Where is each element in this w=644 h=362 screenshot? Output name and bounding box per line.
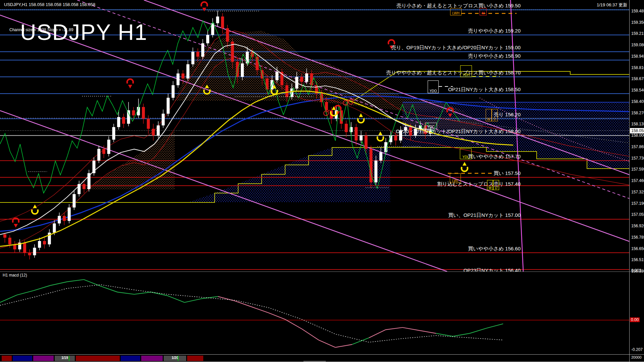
marker-badge-ydl: YDL — [460, 148, 472, 159]
price-axis-label: 158.270 — [631, 111, 644, 115]
price-axis-label: 158.810 — [631, 65, 644, 70]
price-axis-label: 159.215 — [631, 31, 644, 36]
timebar-segment[interactable] — [187, 356, 203, 361]
axis-border — [629, 0, 630, 362]
timebar-segment[interactable]: 1/20 — [164, 356, 186, 361]
marker-badge-m: M — [480, 8, 487, 15]
updated-timestamp: 1/19 06:37 更新 — [597, 2, 627, 8]
price-axis-label: 157.055 — [631, 212, 644, 217]
price-axis-label: 156.785 — [631, 235, 644, 240]
timebar-segment[interactable] — [2, 356, 12, 361]
watermark-title: USDJPY H1 — [20, 19, 148, 45]
price-axis-label: 158.675 — [631, 76, 644, 81]
marker-badge-ydc: YDC — [425, 123, 437, 129]
timebar-tick — [178, 356, 178, 361]
symbol-ohlc-line: USDJPY,H1 158.058 158.058 158.058 158.05… — [4, 2, 95, 7]
price-axis-label: 157.865 — [631, 144, 644, 149]
timebar-tick — [69, 356, 69, 361]
price-axis-label: 159.485 — [631, 9, 644, 13]
marker-badge-d: D — [492, 109, 498, 121]
time-axis-bar[interactable]: 1/191/20 — [0, 356, 629, 361]
price-axis-label: 158.000 — [631, 133, 644, 138]
subpane-bottom-border[interactable] — [0, 354, 644, 355]
pane-separator[interactable] — [0, 272, 644, 272]
marker-badge-w: W — [486, 109, 492, 121]
price-axis-label: 157.730 — [631, 156, 644, 161]
price-axis-label: 158.945 — [631, 54, 644, 59]
price-axis-label: 159.350 — [631, 20, 644, 25]
macd-axis-bottom: -0.207 — [631, 347, 643, 352]
marker-badge-ydh: YDH — [460, 65, 472, 77]
timebar-date-label: 1/20 — [164, 356, 186, 360]
price-axis-label: 156.920 — [631, 224, 644, 228]
macd-axis-top: 0.302 — [631, 268, 641, 273]
timebar-segment[interactable]: 1/19 — [55, 356, 75, 361]
price-axis-label: 157.190 — [631, 201, 644, 206]
timebar-segment[interactable] — [121, 356, 140, 361]
marker-badge-lwl: LWL — [450, 173, 461, 183]
current-price-tag: 158.058 — [630, 128, 644, 133]
marker-badge-lwh: LWH — [450, 8, 462, 15]
price-axis-label: 157.595 — [631, 167, 644, 172]
marker-badge-w: W — [487, 180, 493, 190]
macd-zero-tag: 0.00 — [630, 317, 640, 322]
price-axis-label: 159.080 — [631, 43, 644, 47]
volume-scale-label: 20000 — [631, 355, 642, 359]
price-axis-label: 156.515 — [631, 257, 644, 262]
macd-pane-label: H1 macd (12) — [3, 273, 27, 278]
price-axis-label: 156.650 — [631, 246, 644, 251]
price-axis-label: 157.325 — [631, 190, 644, 194]
timebar-segment[interactable] — [33, 356, 54, 361]
price-axis-label: 157.460 — [631, 178, 644, 183]
timebar-segment[interactable] — [76, 356, 120, 361]
timebar-segment[interactable] — [13, 356, 32, 361]
price-axis-label: 158.540 — [631, 88, 644, 93]
timebar-date-label: 1/19 — [55, 356, 75, 360]
price-axis-label: 158.135 — [631, 122, 644, 126]
chart-window: { "header": { "symbol_line": "USDJPY,H1 … — [0, 0, 644, 362]
price-axis-label: 158.405 — [631, 99, 644, 104]
marker-badge-d: D — [493, 180, 499, 190]
marker-badge-ydo: YDO — [428, 80, 439, 93]
timebar-segment[interactable] — [141, 356, 163, 361]
